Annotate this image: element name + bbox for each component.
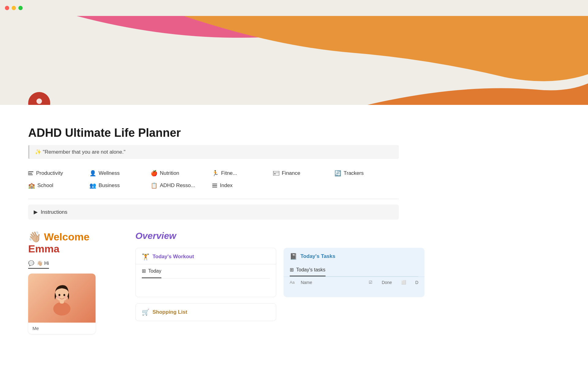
adhd-icon: 📋 xyxy=(151,182,157,189)
divider-1 xyxy=(28,199,399,199)
shopping-card-header: 🛒 Shopping List xyxy=(136,304,276,321)
instructions-toggle[interactable]: ▶ Instructions xyxy=(28,205,399,220)
welcome-name-mma: mma xyxy=(35,243,59,255)
shopping-icon: 🛒 xyxy=(142,309,149,316)
shopping-card: 🛒 Shopping List xyxy=(135,303,276,321)
col-d-icon: ⬜ xyxy=(401,280,406,285)
nav-label-finance: Finance xyxy=(282,170,300,176)
welcome-name-e: E xyxy=(28,243,35,255)
hi-label: 👋🏼 Hi xyxy=(37,260,49,266)
shopping-title: Shopping List xyxy=(153,309,187,315)
tasks-icon: 📓 xyxy=(290,253,297,260)
nav-label-index: Index xyxy=(220,182,233,189)
tasks-card: 📓 Today's Tasks ⊞ Today's tasks Aa Name xyxy=(284,248,424,297)
nav-item-business[interactable]: 👥 Business xyxy=(89,181,151,190)
hi-tab[interactable]: 💬 👋🏼 Hi xyxy=(28,260,49,269)
workout-title: Today's Workout xyxy=(153,254,194,260)
nav-item-productivity[interactable]: Productivity xyxy=(28,169,89,178)
workout-card-header: 🏋️ Today's Workout xyxy=(136,248,276,264)
col-headers-right: ☑ Done ⬜ D xyxy=(369,280,418,285)
page-title: ADHD Ultimate Life Planner xyxy=(28,126,560,140)
tasks-table-header: Aa Name ☑ Done ⬜ D xyxy=(284,277,424,288)
nav-label-wellness: Wellness xyxy=(99,170,120,176)
check-icon: ☑ xyxy=(369,280,372,285)
svg-rect-3 xyxy=(28,171,33,172)
nav-item-index[interactable]: Index xyxy=(212,181,273,190)
overview-column: Overview 🏋️ Today's Workout ⊞ Today xyxy=(135,231,560,334)
wellness-icon: 👤 xyxy=(89,170,96,177)
nutrition-icon: 🍎 xyxy=(151,170,157,177)
workout-card: 🏋️ Today's Workout ⊞ Today xyxy=(135,248,276,297)
nav-label-adhd: ADHD Resso... xyxy=(160,182,195,189)
nav-item-wellness[interactable]: 👤 Wellness xyxy=(89,169,151,178)
chevron-right-icon: ▶ xyxy=(34,209,38,215)
productivity-icon xyxy=(28,171,34,176)
hero-banner xyxy=(0,16,588,105)
svg-rect-10 xyxy=(212,184,217,184)
instructions-label: Instructions xyxy=(41,209,67,215)
business-icon: 👥 xyxy=(89,182,96,189)
overview-heading: Overview xyxy=(135,231,560,241)
aa-icon: Aa xyxy=(290,280,295,285)
nav-label-nutrition: Nutrition xyxy=(160,170,179,176)
school-icon: 🏫 xyxy=(28,182,35,189)
index-icon xyxy=(212,183,217,188)
nav-label-fitness: Fitne... xyxy=(221,170,237,176)
col-name: Name xyxy=(301,280,312,285)
nav-item-finance[interactable]: Finance xyxy=(273,169,334,178)
chat-icon: 💬 xyxy=(28,260,34,266)
svg-point-1 xyxy=(36,98,42,104)
svg-rect-12 xyxy=(212,187,217,187)
me-label: Me xyxy=(28,323,96,334)
minimize-button[interactable] xyxy=(12,6,16,10)
me-illustration xyxy=(28,274,96,323)
fitness-icon: 🏃 xyxy=(212,170,219,177)
tasks-tab-label: Today's tasks xyxy=(296,267,326,273)
main-content: ADHD Ultimate Life Planner ✨ "Remember t… xyxy=(0,105,588,346)
close-button[interactable] xyxy=(5,6,9,10)
cards-row: 🏋️ Today's Workout ⊞ Today 📓 xyxy=(135,248,560,297)
col-d: D xyxy=(415,280,418,285)
welcome-emoji: 👋🏼 xyxy=(28,231,44,243)
nav-item-school[interactable]: 🏫 School xyxy=(28,181,89,190)
nav-label-productivity: Productivity xyxy=(36,170,63,176)
nav-label-trackers: Trackers xyxy=(344,170,364,176)
svg-rect-9 xyxy=(274,174,276,174)
welcome-text-elcome: elcome xyxy=(54,231,89,243)
svg-rect-11 xyxy=(212,185,217,186)
svg-point-18 xyxy=(57,296,60,299)
tasks-card-header: 📓 Today's Tasks xyxy=(284,248,424,264)
tasks-tab[interactable]: ⊞ Today's tasks xyxy=(290,264,326,276)
workout-icon: 🏋️ xyxy=(142,253,149,260)
svg-rect-5 xyxy=(28,174,33,175)
workout-tab-icon: ⊞ xyxy=(142,268,146,274)
finance-icon xyxy=(273,171,279,175)
me-card: Me xyxy=(28,274,96,334)
trackers-icon: 🔄 xyxy=(334,170,341,177)
welcome-section: 👋🏼 Welcome Emma 💬 👋🏼 Hi xyxy=(28,231,560,334)
welcome-text-w: W xyxy=(44,231,53,243)
quote-bar: ✨ "Remember that you are not alone." xyxy=(28,145,399,159)
svg-rect-8 xyxy=(273,172,279,173)
shopping-card-wrap: 🛒 Shopping List xyxy=(135,303,560,321)
nav-item-fitness[interactable]: 🏃 Fitne... xyxy=(212,169,273,178)
nav-item-nutrition[interactable]: 🍎 Nutrition xyxy=(151,169,212,178)
welcome-column: 👋🏼 Welcome Emma 💬 👋🏼 Hi xyxy=(28,231,117,334)
welcome-heading: 👋🏼 Welcome Emma xyxy=(28,231,117,255)
tasks-title: Today's Tasks xyxy=(300,253,335,259)
titlebar xyxy=(0,0,588,16)
col-done: Done xyxy=(382,280,392,285)
avatar xyxy=(28,92,50,105)
maximize-button[interactable] xyxy=(18,6,23,10)
nav-label-business: Business xyxy=(99,182,120,189)
workout-tab-label: Today xyxy=(148,268,161,274)
nav-label-school: School xyxy=(37,182,53,189)
workout-tab[interactable]: ⊞ Today xyxy=(142,264,161,278)
svg-point-19 xyxy=(64,296,67,299)
svg-rect-4 xyxy=(28,173,32,174)
workout-card-body xyxy=(136,278,276,297)
quote-text: ✨ "Remember that you are not alone." xyxy=(35,149,126,155)
nav-item-adhd[interactable]: 📋 ADHD Resso... xyxy=(151,181,212,190)
nav-item-trackers[interactable]: 🔄 Trackers xyxy=(334,169,396,178)
nav-grid: Productivity 👤 Wellness 🍎 Nutrition 🏃 Fi… xyxy=(28,169,399,190)
